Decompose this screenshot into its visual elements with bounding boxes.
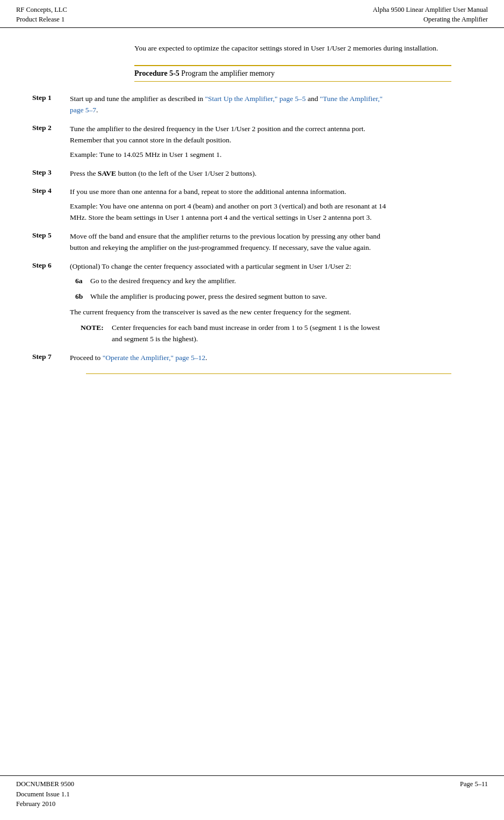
intro-text: You are expected to optimize the capacit…: [134, 44, 438, 52]
step-3-label: Step 3: [16, 168, 70, 177]
step-2-body: Tune the amplifier to the desired freque…: [70, 124, 387, 161]
header-manual-title: Alpha 9500 Linear Amplifier User Manual: [373, 5, 488, 15]
step-1-text: Start up and tune the amplifier as descr…: [70, 93, 387, 116]
step-6-text1: (Optional) To change the center frequenc…: [70, 261, 387, 272]
step-7-label: Step 7: [16, 353, 70, 361]
step-4-text1: If you use more than one antenna for a b…: [70, 186, 387, 198]
step-4-text2: Example: You have one antenna on port 4 …: [70, 201, 387, 224]
sub-step-6b: 6b While the amplifier is producing powe…: [70, 291, 387, 303]
step-3-row: Step 3 Press the SAVE button (to the lef…: [16, 168, 488, 179]
step-2-label: Step 2: [16, 124, 70, 132]
header-section-title: Operating the Amplifier: [373, 15, 488, 25]
procedure-box: Procedure 5-5 Program the amplifier memo…: [134, 65, 451, 82]
footer-left: DOCNUMBER 9500 Document Issue 1.1 Februa…: [16, 779, 74, 809]
header-company: RF Concepts, LLC: [16, 5, 67, 15]
step-2-text1: Tune the amplifier to the desired freque…: [70, 124, 387, 146]
sub-step-6b-label: 6b: [75, 291, 90, 303]
step-1-row: Step 1 Start up and tune the amplifier a…: [16, 93, 488, 116]
header-left: RF Concepts, LLC Product Release 1: [16, 5, 67, 24]
step-1-label: Step 1: [16, 93, 70, 102]
procedure-subtitle: Program the amplifier memory: [179, 69, 275, 77]
step-4-row: Step 4 If you use more than one antenna …: [16, 186, 488, 224]
footer-docnumber: DOCNUMBER 9500: [16, 779, 74, 789]
step-4-label: Step 4: [16, 186, 70, 195]
footer-date: February 2010: [16, 799, 74, 809]
step-5-body: Move off the band and ensure that the am…: [70, 231, 387, 254]
page-header: RF Concepts, LLC Product Release 1 Alpha…: [0, 0, 504, 28]
step-7-text: Proceed to "Operate the Amplifier," page…: [70, 353, 387, 364]
step-2-row: Step 2 Tune the amplifier to the desired…: [16, 124, 488, 161]
footer-issue: Document Issue 1.1: [16, 789, 74, 800]
step-3-body: Press the SAVE button (to the left of th…: [70, 168, 387, 179]
note-box: NOTE: Center frequencies for each band m…: [81, 322, 387, 345]
page-footer: DOCNUMBER 9500 Document Issue 1.1 Februa…: [0, 775, 504, 809]
step-6-row: Step 6 (Optional) To change the center f…: [16, 261, 488, 345]
step-5-label: Step 5: [16, 231, 70, 240]
step-1-link1: "Start Up the Amplifier," page 5–5: [205, 95, 306, 103]
step-3-text: Press the SAVE button (to the left of th…: [70, 168, 387, 179]
sub-step-6a-text: Go to the desired frequency and key the …: [90, 276, 236, 287]
step-7-row: Step 7 Proceed to "Operate the Amplifier…: [16, 353, 488, 364]
sub-step-6b-text: While the amplifier is producing power, …: [90, 291, 327, 303]
procedure-title: Procedure 5-5: [134, 69, 179, 77]
step-5-text: Move off the band and ensure that the am…: [70, 231, 387, 254]
sub-step-6a: 6a Go to the desired frequency and key t…: [70, 276, 387, 287]
header-product-release: Product Release 1: [16, 15, 67, 25]
page-content: You are expected to optimize the capacit…: [0, 28, 504, 417]
end-rule: [86, 373, 451, 374]
note-body: Center frequencies for each band must in…: [112, 322, 387, 345]
step-4-body: If you use more than one antenna for a b…: [70, 186, 387, 224]
intro-paragraph: You are expected to optimize the capacit…: [134, 43, 451, 54]
footer-right: Page 5–11: [460, 779, 488, 809]
step-3-save-word: SAVE: [98, 169, 116, 177]
step-6-body: (Optional) To change the center frequenc…: [70, 261, 387, 345]
step-7-body: Proceed to "Operate the Amplifier," page…: [70, 353, 387, 364]
sub-step-6a-label: 6a: [75, 276, 90, 287]
step-6-after-sub: The current frequency from the transceiv…: [70, 307, 387, 318]
note-label: NOTE:: [81, 322, 107, 345]
step-5-row: Step 5 Move off the band and ensure that…: [16, 231, 488, 254]
step-7-link: "Operate the Amplifier," page 5–12: [103, 354, 206, 362]
step-6-label: Step 6: [16, 261, 70, 270]
step-1-body: Start up and tune the amplifier as descr…: [70, 93, 387, 116]
header-right: Alpha 9500 Linear Amplifier User Manual …: [373, 5, 488, 24]
step-2-text2: Example: Tune to 14.025 MHz in User 1 se…: [70, 149, 387, 161]
footer-page: Page 5–11: [460, 779, 488, 789]
page-wrapper: RF Concepts, LLC Product Release 1 Alpha…: [0, 0, 504, 820]
